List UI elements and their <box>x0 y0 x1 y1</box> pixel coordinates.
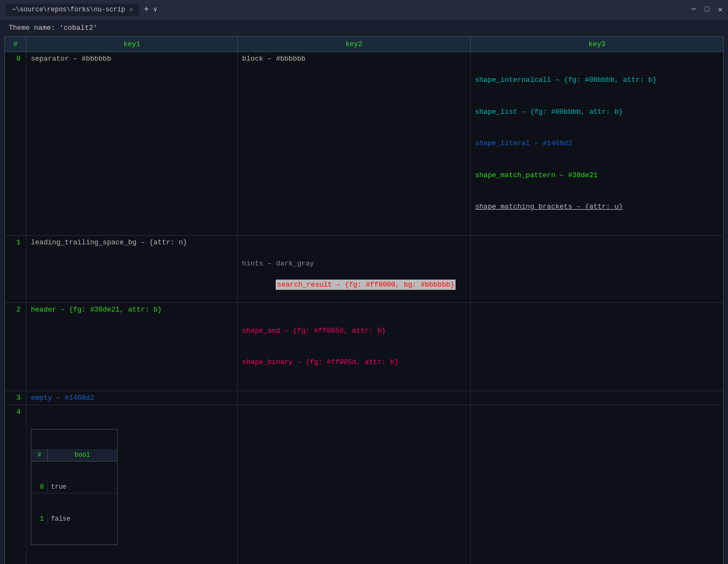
row-3-key1: empty – #1460d2 <box>27 391 238 405</box>
table-row: 4 # bool 0 true 1 false <box>5 405 723 564</box>
row-2-key1: header – {fg: #38de21, attr: b} <box>27 303 238 391</box>
bool-row-0: 0 true <box>31 481 117 494</box>
row-4-key3 <box>471 405 723 564</box>
table-row: 0 separator – #bbbbbb block – #bbbbbb sh… <box>5 52 723 236</box>
row-0-key1: separator – #bbbbbb <box>27 52 238 235</box>
row-num-2: 2 <box>5 303 27 391</box>
row-3-key3 <box>471 391 723 405</box>
minimize-button[interactable]: ─ <box>692 5 696 14</box>
tab-dropdown-button[interactable]: ∨ <box>153 5 157 14</box>
col-header-key2: key2 <box>238 37 471 51</box>
col-header-key1: key1 <box>27 37 238 51</box>
col-header-num: # <box>5 37 27 51</box>
row-1-key2: hints – dark_gray search_result – {fg: #… <box>238 236 471 302</box>
maximize-button[interactable]: □ <box>705 5 709 14</box>
table-row: 3 empty – #1460d2 <box>5 391 723 406</box>
row-num-4: 4 <box>5 405 27 564</box>
new-tab-button[interactable]: + <box>144 5 149 15</box>
row-0-key3: shape_internalcall – {fg: #00bbbb, attr:… <box>471 52 723 235</box>
row-num-0: 0 <box>5 52 27 235</box>
bool-row-1: 1 false <box>31 513 117 525</box>
row-3-key2 <box>238 391 471 405</box>
title-bar: ~\source\repos\forks\nu-scrip ✕ + ∨ ─ □ … <box>0 0 728 20</box>
main-table: # key1 key2 key3 0 separator – #bbbbbb b… <box>4 36 724 564</box>
col-header-key3: key3 <box>471 37 723 51</box>
row-2-key3 <box>471 303 723 391</box>
table-header: # key1 key2 key3 <box>5 37 723 52</box>
row-0-key2: block – #bbbbbb <box>238 52 471 235</box>
tab-label: ~\source\repos\forks\nu-scrip <box>12 6 125 14</box>
row-num-1: 1 <box>5 236 27 302</box>
row-4-key2 <box>238 405 471 564</box>
table-row: 2 header – {fg: #38de21, attr: b} shape_… <box>5 303 723 391</box>
table-body: 0 separator – #bbbbbb block – #bbbbbb sh… <box>5 52 723 564</box>
row-num-3: 3 <box>5 391 27 405</box>
row-1-key3 <box>471 236 723 302</box>
row-1-key1: leading_trailing_space_bg – {attr: n} <box>27 236 238 302</box>
row-2-key2: shape_and – {fg: #ff005d, attr: b} shape… <box>238 303 471 391</box>
theme-label: Theme name: 'cobalt2' <box>0 20 728 36</box>
row-4-key1: # bool 0 true 1 false <box>27 405 238 564</box>
close-window-button[interactable]: ✕ <box>718 5 723 14</box>
close-tab-button[interactable]: ✕ <box>129 6 133 13</box>
window-controls: ─ □ ✕ <box>692 5 723 14</box>
tab[interactable]: ~\source\repos\forks\nu-scrip ✕ <box>5 4 139 16</box>
table-row: 1 leading_trailing_space_bg – {attr: n} … <box>5 236 723 303</box>
bool-inner-table: # bool 0 true 1 false <box>31 429 118 545</box>
